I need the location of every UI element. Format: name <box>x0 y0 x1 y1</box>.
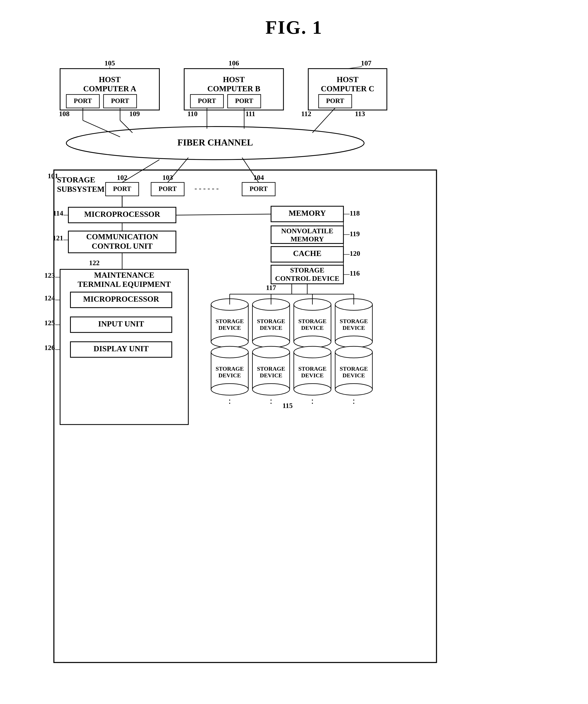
svg-text:104: 104 <box>253 174 264 181</box>
svg-text:COMMUNICATION: COMMUNICATION <box>86 232 158 241</box>
svg-line-56 <box>168 158 188 182</box>
svg-text:MAINTENANCE: MAINTENANCE <box>94 271 154 279</box>
svg-text:HOST: HOST <box>223 75 245 84</box>
svg-text:HOST: HOST <box>99 75 121 84</box>
svg-rect-98 <box>70 317 172 332</box>
svg-text:121: 121 <box>53 234 63 242</box>
svg-text:CACHE: CACHE <box>293 249 321 258</box>
svg-text:108: 108 <box>59 110 70 118</box>
svg-text:103: 103 <box>162 174 173 181</box>
svg-text:DEVICE: DEVICE <box>260 372 282 378</box>
svg-point-136 <box>252 346 289 358</box>
svg-point-147 <box>335 384 373 395</box>
svg-text:COMPUTER C: COMPUTER C <box>321 84 375 93</box>
svg-text:INPUT  UNIT: INPUT UNIT <box>98 319 144 328</box>
svg-rect-140 <box>294 352 331 390</box>
svg-text:HOST: HOST <box>337 75 358 84</box>
svg-rect-145 <box>335 352 373 390</box>
svg-text:- - - - - -: - - - - - - <box>195 184 219 192</box>
svg-rect-40 <box>54 170 437 662</box>
svg-text:DEVICE: DEVICE <box>260 325 282 331</box>
svg-text::: : <box>270 396 272 406</box>
svg-text:125: 125 <box>44 319 55 327</box>
svg-text:DEVICE: DEVICE <box>301 325 324 331</box>
svg-text:124: 124 <box>44 294 55 302</box>
svg-point-127 <box>335 336 373 348</box>
svg-text:115: 115 <box>282 402 293 409</box>
svg-point-126 <box>335 299 373 310</box>
svg-text:113: 113 <box>355 110 365 118</box>
svg-line-36 <box>120 120 133 133</box>
svg-point-31 <box>66 126 364 160</box>
svg-text:STORAGE: STORAGE <box>257 365 285 372</box>
svg-text:122: 122 <box>89 259 100 267</box>
svg-point-131 <box>211 346 248 358</box>
svg-rect-12 <box>227 95 261 108</box>
svg-text:STORAGE: STORAGE <box>299 318 327 325</box>
svg-rect-3 <box>66 95 100 108</box>
svg-text:112: 112 <box>301 110 311 118</box>
svg-text:102: 102 <box>117 174 128 181</box>
svg-text:STORAGE: STORAGE <box>216 365 244 372</box>
svg-point-111 <box>211 299 248 310</box>
svg-text:TERMINAL  EQUIPMENT: TERMINAL EQUIPMENT <box>77 280 171 289</box>
svg-text:STORAGE: STORAGE <box>290 266 324 274</box>
svg-text:DEVICE: DEVICE <box>218 372 241 378</box>
svg-rect-115 <box>252 305 289 342</box>
page-title: FIG. 1 <box>0 0 588 38</box>
svg-text:PORT: PORT <box>111 97 129 105</box>
svg-text:117: 117 <box>266 284 276 291</box>
svg-text:123: 123 <box>44 272 55 279</box>
svg-rect-50 <box>242 182 275 196</box>
svg-text:120: 120 <box>350 249 360 257</box>
svg-rect-71 <box>271 247 343 262</box>
svg-text:DEVICE: DEVICE <box>218 325 241 331</box>
svg-text:110: 110 <box>187 110 198 118</box>
svg-rect-102 <box>70 342 172 357</box>
svg-text::: : <box>311 396 314 406</box>
svg-point-142 <box>294 384 331 395</box>
svg-rect-94 <box>70 292 172 307</box>
svg-point-112 <box>211 336 248 348</box>
svg-text:NONVOLATILE: NONVOLATILE <box>281 227 333 235</box>
svg-text:STORAGE: STORAGE <box>257 318 285 325</box>
svg-rect-66 <box>271 226 343 243</box>
svg-text:DEVICE: DEVICE <box>301 372 324 378</box>
svg-rect-14 <box>308 69 387 110</box>
svg-point-146 <box>335 346 373 358</box>
svg-rect-130 <box>211 352 248 390</box>
svg-rect-75 <box>271 265 343 284</box>
svg-rect-47 <box>151 182 184 196</box>
svg-text:MICROPROCESSOR: MICROPROCESSOR <box>83 295 159 303</box>
svg-text:COMPUTER A: COMPUTER A <box>83 84 136 93</box>
svg-point-137 <box>252 384 289 395</box>
svg-point-122 <box>294 336 331 348</box>
svg-point-117 <box>252 336 289 348</box>
svg-text::: : <box>352 396 355 406</box>
svg-text:CONTROL DEVICE: CONTROL DEVICE <box>275 275 339 282</box>
svg-text:SUBSYSTEM: SUBSYSTEM <box>57 185 105 193</box>
svg-rect-120 <box>294 305 331 342</box>
svg-text:STORAGE: STORAGE <box>340 318 368 325</box>
svg-text:116: 116 <box>350 269 360 277</box>
svg-text:CONTROL UNIT: CONTROL UNIT <box>92 242 152 250</box>
svg-point-132 <box>211 384 248 395</box>
svg-line-34 <box>83 120 120 137</box>
svg-text:DEVICE: DEVICE <box>342 372 365 378</box>
svg-rect-125 <box>335 305 373 342</box>
svg-text:STORAGE: STORAGE <box>57 175 95 184</box>
svg-text:MEMORY: MEMORY <box>291 235 324 243</box>
svg-text:PORT: PORT <box>74 97 92 105</box>
svg-line-81 <box>176 214 271 215</box>
diagram: HOST COMPUTER A PORT PORT HOST COMPUTER … <box>42 46 546 687</box>
svg-rect-110 <box>211 305 248 342</box>
svg-rect-62 <box>271 206 343 222</box>
svg-text:STORAGE: STORAGE <box>216 318 244 325</box>
svg-rect-10 <box>190 95 223 108</box>
svg-point-141 <box>294 346 331 358</box>
svg-rect-89 <box>60 269 188 424</box>
svg-rect-5 <box>104 95 137 108</box>
svg-text:PORT: PORT <box>235 97 253 105</box>
svg-text:STORAGE: STORAGE <box>299 365 327 372</box>
svg-text:COMPUTER B: COMPUTER B <box>207 84 260 93</box>
